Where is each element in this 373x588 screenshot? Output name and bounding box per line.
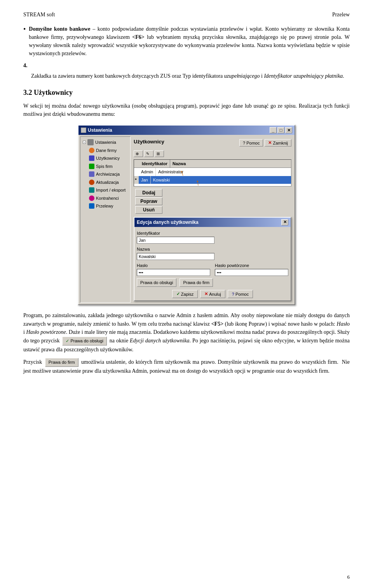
x-icon: ✕ bbox=[204, 291, 208, 297]
sub-dialog-title: Edycja danych użytkownika bbox=[137, 219, 199, 226]
col-name: Nazwa bbox=[170, 160, 291, 168]
list-row-admin[interactable]: Admin Administrator bbox=[134, 168, 291, 176]
sidebar-label-kontrahenci: Kontrahenci bbox=[96, 195, 119, 202]
help-icon: ? bbox=[243, 141, 245, 145]
sidebar-label-spis-firm: Spis firm bbox=[96, 163, 113, 170]
kontrahenci-icon bbox=[89, 195, 94, 201]
help-sub-btn[interactable]: ? Pomoc bbox=[228, 290, 253, 298]
save-btn[interactable]: ✓ Zapisz bbox=[172, 290, 198, 298]
inline-btn-firm: Prawa do firm bbox=[45, 358, 78, 367]
paragraph-1: Program, po zainstalowaniu, zakłada jedn… bbox=[23, 311, 350, 354]
main-panel: Użytkownicy ? Pomoc ✕ Zamknij bbox=[132, 136, 293, 303]
edit-user-dialog[interactable]: Edycja danych użytkownika ✕ Identyfikato… bbox=[134, 217, 291, 302]
section-4-text: Zakładka ta zawiera numery kont bankowyc… bbox=[31, 72, 350, 80]
add-btn[interactable]: Dodaj bbox=[135, 189, 162, 197]
cancel-label: Anuluj bbox=[209, 292, 221, 297]
cell-admin-name: Administrator bbox=[156, 168, 291, 176]
sub-dialog-close-btn[interactable]: ✕ bbox=[281, 219, 288, 225]
list-row-jan[interactable]: * Jan Kowalski bbox=[134, 176, 291, 184]
aktualizacja-icon bbox=[89, 180, 94, 185]
toolbar-icon-1[interactable]: ⊕ bbox=[134, 150, 143, 157]
sidebar-item-ustawienia[interactable]: - Ustawienia bbox=[81, 138, 129, 147]
settings-icon bbox=[87, 139, 94, 145]
dialog-maximize-btn[interactable]: □ bbox=[277, 127, 284, 133]
password-field-group: Hasło bbox=[137, 262, 210, 276]
password-row: Hasło Hasło powtórzone bbox=[137, 262, 288, 276]
paragraph-2: Przycisk Prawa do firm umożliwia ustalen… bbox=[23, 358, 350, 375]
q-icon: ? bbox=[232, 292, 234, 297]
sidebar-label-ustawienia: Ustawienia bbox=[95, 139, 116, 146]
sidebar-label-przelewy: Przelewy bbox=[96, 203, 113, 209]
identifier-field-group: Identyfikator bbox=[137, 230, 288, 244]
toolbar-icon-2[interactable]: ✎ bbox=[144, 150, 153, 157]
toolbar: ⊕ ✎ ⊞ bbox=[134, 150, 291, 157]
dialog-title-area: Ustawienia bbox=[81, 127, 112, 134]
cancel-btn[interactable]: ✕ Anuluj bbox=[200, 290, 225, 298]
import-icon bbox=[89, 187, 94, 193]
dialog-title-text: Ustawienia bbox=[88, 127, 112, 134]
action-buttons: Dodaj Popraw Usuń bbox=[135, 189, 291, 214]
sidebar-item-uzytkownicy[interactable]: Użytkownicy bbox=[87, 154, 129, 162]
check-icon: ✓ bbox=[176, 291, 180, 297]
section-32-heading: 3.2 Użytkownicy bbox=[23, 87, 350, 98]
user-list[interactable]: Identyfikator Nazwa Admin Administrator … bbox=[134, 159, 291, 187]
dialog-content: - Ustawienia Dane firmy Użytkownicy bbox=[78, 135, 295, 304]
col-identifier: Identyfikator bbox=[139, 160, 170, 168]
settings-dialog[interactable]: Ustawienia _ □ ✕ - Ustawienia bbox=[78, 125, 295, 305]
sidebar-item-archiwizacja[interactable]: Archiwizacja bbox=[87, 170, 129, 178]
sidebar-item-spis-firm[interactable]: Spis firm bbox=[87, 162, 129, 171]
save-label: Zapisz bbox=[181, 292, 193, 297]
help-sub-label: Pomoc bbox=[235, 292, 249, 297]
dialog-container: Ustawienia _ □ ✕ - Ustawienia bbox=[23, 125, 350, 305]
name-input[interactable] bbox=[137, 253, 214, 260]
bullet-text-1: Domyślne konto bankowe – konto podpowiad… bbox=[29, 25, 350, 58]
sub-dialog-buttons: ✓ Zapisz ✕ Anuluj ? Pomoc bbox=[137, 290, 288, 298]
access-firm-btn[interactable]: Prawa do firm bbox=[180, 278, 213, 287]
dialog-close-btn[interactable]: ✕ bbox=[285, 127, 292, 133]
name-label: Nazwa bbox=[137, 246, 288, 253]
list-header: Identyfikator Nazwa bbox=[134, 160, 291, 168]
dialog-titlebar: Ustawienia _ □ ✕ bbox=[78, 126, 295, 135]
app-title: STREAM soft bbox=[23, 12, 55, 18]
section-title: Przelew bbox=[332, 12, 350, 18]
identifier-input[interactable] bbox=[137, 237, 214, 244]
przelewy-icon bbox=[89, 203, 94, 209]
sidebar-label-aktualizacja: Aktualizacja bbox=[96, 179, 119, 186]
edit-btn[interactable]: Popraw bbox=[135, 197, 162, 205]
dialog-icon bbox=[81, 127, 86, 133]
dialog-minimize-btn[interactable]: _ bbox=[270, 127, 277, 133]
password-repeat-input[interactable] bbox=[215, 269, 288, 276]
sidebar-item-przelewy[interactable]: Przelewy bbox=[87, 202, 129, 210]
password-repeat-field-group: Hasło powtórzone bbox=[215, 262, 288, 276]
sidebar-item-import[interactable]: Import / eksport bbox=[87, 186, 129, 194]
archiwizacja-icon bbox=[89, 171, 94, 177]
spis-firm-icon bbox=[89, 164, 94, 169]
inline-btn-obslugi: ✓ Prawa do obsługi bbox=[62, 337, 106, 345]
close-icon: ✕ bbox=[268, 140, 272, 145]
access-buttons: Prawa do obsługi Prawa do firm bbox=[137, 278, 288, 287]
sidebar-label-uzytkownicy: Użytkownicy bbox=[96, 155, 120, 162]
access-obslugi-btn[interactable]: Prawa do obsługi bbox=[137, 278, 176, 287]
delete-btn[interactable]: Usuń bbox=[135, 206, 162, 214]
section-4: 4. Zakładka ta zawiera numery kont banko… bbox=[23, 61, 350, 80]
cell-admin-id: Admin bbox=[139, 168, 156, 176]
toolbar-icon-3[interactable]: ⊞ bbox=[155, 150, 164, 157]
sidebar-item-kontrahenci[interactable]: Kontrahenci bbox=[87, 194, 129, 202]
help-btn[interactable]: ? Pomoc bbox=[239, 139, 263, 147]
sidebar-item-aktualizacja[interactable]: Aktualizacja bbox=[87, 178, 129, 187]
sub-dialog-titlebar: Edycja danych użytkownika ✕ bbox=[134, 218, 291, 227]
uzytkownicy-icon bbox=[89, 155, 94, 161]
password-repeat-label: Hasło powtórzone bbox=[215, 262, 288, 269]
close-label: Zamknij bbox=[273, 141, 288, 145]
identifier-label: Identyfikator bbox=[137, 230, 288, 237]
bullet-dot: • bbox=[23, 25, 26, 58]
sidebar-label-archiwizacja: Archiwizacja bbox=[96, 171, 120, 178]
sidebar-label-dane-firmy: Dane firmy bbox=[96, 147, 117, 154]
section-4-number: 4. bbox=[23, 61, 350, 70]
close-panel-btn[interactable]: ✕ Zamknij bbox=[265, 139, 291, 147]
sidebar-item-dane-firmy[interactable]: Dane firmy bbox=[87, 147, 129, 155]
password-label: Hasło bbox=[137, 262, 210, 269]
password-input[interactable] bbox=[137, 269, 210, 276]
sidebar-label-import: Import / eksport bbox=[96, 187, 125, 194]
bullet-item-1: • Domyślne konto bankowe – konto podpowi… bbox=[23, 25, 350, 58]
